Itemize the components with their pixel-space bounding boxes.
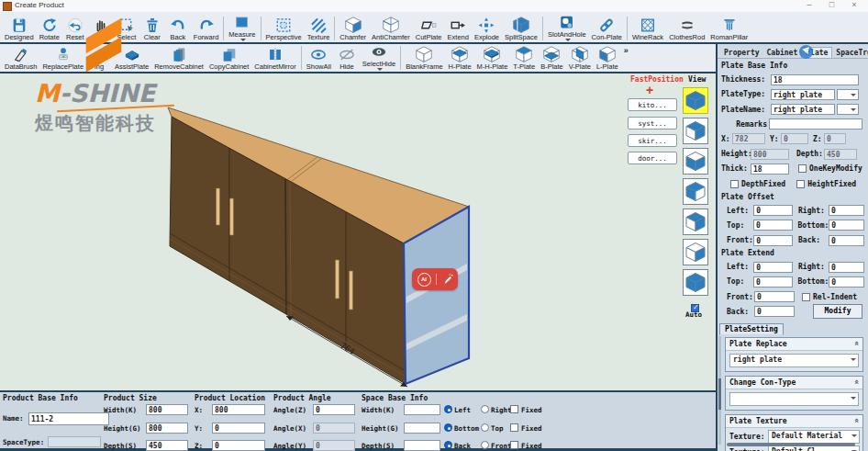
ai-badge-icon[interactable]: AI: [417, 273, 431, 287]
thickness-input[interactable]: 18: [771, 74, 859, 85]
radio-back[interactable]: [444, 441, 452, 449]
toolbar-button-blankframe[interactable]: BlankFrame: [403, 43, 445, 71]
extend-back-input[interactable]: 0: [754, 306, 795, 317]
toolbar-button-v-plate[interactable]: V-Plate: [566, 43, 594, 71]
product-location-y-input[interactable]: 0: [212, 423, 265, 434]
cabinet-3d[interactable]: 764: [0, 73, 716, 390]
plate-offset-back-input[interactable]: 0: [829, 235, 864, 246]
toolbar-button-copycabinet[interactable]: CopyCabinet: [206, 43, 251, 71]
thick-input[interactable]: 18: [751, 163, 789, 175]
tab-spacetree[interactable]: SpaceTree: [832, 48, 868, 58]
space-height-g-input[interactable]: [404, 423, 440, 434]
plate-offset-right-input[interactable]: 0: [829, 205, 864, 216]
close-button[interactable]: ×: [844, 0, 864, 9]
toolbar-button-slotandhole[interactable]: SlotAndHole: [545, 14, 589, 41]
rel-indent-checkbox[interactable]: [802, 293, 810, 301]
radio-bottom[interactable]: [444, 423, 452, 432]
minimize-button[interactable]: –: [799, 0, 819, 9]
fixed-checkbox-1[interactable]: [510, 405, 518, 413]
collapse-icon[interactable]: «: [851, 380, 861, 385]
view-cube-button-6[interactable]: [683, 239, 708, 265]
plate-offset-top-input[interactable]: 0: [753, 220, 793, 231]
radio-left[interactable]: [444, 405, 452, 413]
fastposition-button-kito[interactable]: kito...: [628, 98, 677, 111]
toolbar-button-perspective[interactable]: Perspective: [263, 14, 305, 41]
modify-button[interactable]: Modify: [813, 304, 862, 319]
fastposition-button-skir[interactable]: skir...: [628, 134, 677, 147]
fastposition-button-syst[interactable]: syst...: [628, 117, 677, 130]
toolbar-button-ing[interactable]: ing: [86, 43, 112, 71]
radio-top[interactable]: [481, 423, 489, 432]
plate-replace-dropdown[interactable]: right plate: [729, 354, 859, 367]
toolbar-button-m-h-plate[interactable]: M-H-Plate: [474, 43, 511, 71]
platesetting-scrollbar[interactable]: [718, 336, 721, 445]
plate-extend-bottom-input[interactable]: 0: [829, 276, 864, 288]
toolbar-button-romanpillar[interactable]: RomanPillar: [707, 14, 751, 41]
space-width-k-input[interactable]: [404, 404, 440, 415]
edit-pen-icon[interactable]: [442, 274, 453, 285]
toolbar-button-showall[interactable]: ShowAll: [304, 43, 334, 71]
toolbar-button-removecabinet[interactable]: RemoveCabinet: [151, 43, 206, 71]
toolbar-button-antichamfer[interactable]: AntiChamfer: [369, 14, 413, 41]
space-depth-s-input[interactable]: [404, 440, 440, 451]
viewport-3d[interactable]: M-SHINE 煜鸣智能科技: [0, 73, 716, 390]
toolbar-button-databrush[interactable]: DataBrush: [2, 43, 39, 71]
fastposition-add-button[interactable]: +: [646, 84, 653, 96]
toolbar-button-splitspace[interactable]: SplitSpace: [502, 14, 540, 41]
name-input[interactable]: 111-2: [28, 412, 109, 425]
onekeymodify-checkbox[interactable]: [798, 164, 807, 173]
extend-front-input[interactable]: 0: [754, 291, 795, 302]
product-location-z-input[interactable]: 0: [212, 440, 265, 451]
plate-extend-top-input[interactable]: 0: [753, 276, 793, 288]
maximize-button[interactable]: □: [821, 0, 841, 9]
toolbar-button-explode[interactable]: Explode: [472, 14, 502, 41]
radio-front[interactable]: [481, 441, 489, 449]
toolbar-button-selecthide[interactable]: SelectHide: [360, 43, 398, 71]
view-cube-button-5[interactable]: [683, 209, 708, 235]
toolbar-button-winerack[interactable]: WineRack: [629, 14, 666, 41]
toolbar-button-h-plate[interactable]: H-Plate: [446, 43, 474, 71]
toolbar-button-chamfer[interactable]: Chamfer: [337, 14, 369, 41]
toolbar-button-hide[interactable]: Hide: [334, 43, 360, 71]
product-size-height-g-input[interactable]: 800: [146, 423, 188, 434]
tab-cabinet[interactable]: Cabinet: [763, 48, 802, 58]
toolbar-button-cutplate[interactable]: CutPlate: [413, 14, 445, 41]
toolbar-button-t-plate[interactable]: T-Plate: [510, 43, 538, 71]
toolbar-button-back[interactable]: Back: [165, 14, 191, 41]
toolbar-button-clear[interactable]: Clear: [139, 14, 165, 41]
toolbar-button-reset[interactable]: Reset: [62, 14, 88, 41]
toolbar-button-extend[interactable]: Extend: [445, 14, 472, 41]
platename-input[interactable]: right plate: [771, 104, 835, 115]
toolbar-button-measure[interactable]: Measure: [226, 14, 258, 41]
plate-extend-right-input[interactable]: 0: [829, 262, 864, 273]
change-con-type-dropdown[interactable]: [729, 392, 859, 406]
toolbar-button-assistplate[interactable]: AssistPlate: [112, 43, 151, 71]
heightfixed-checkbox[interactable]: [796, 180, 805, 188]
toolbar-button-cabinetmirror[interactable]: CabinetMirror: [251, 43, 298, 71]
ai-overlay[interactable]: AI: [412, 268, 458, 290]
spacetype-input[interactable]: [48, 436, 101, 447]
product-location-x-input[interactable]: 800: [212, 404, 265, 415]
depthfixed-checkbox[interactable]: [730, 180, 739, 188]
view-cube-button-1[interactable]: [683, 87, 708, 114]
toolbar-button-con-plate[interactable]: Con-Plate: [589, 14, 625, 41]
plate-extend-left-input[interactable]: 0: [753, 262, 793, 273]
toolbar-button-forward[interactable]: Forward: [191, 14, 222, 41]
toolbar-overflow-icon[interactable]: »: [624, 46, 629, 55]
tab-property[interactable]: Property: [720, 48, 763, 58]
plate-offset-left-input[interactable]: 0: [753, 205, 793, 216]
view-cube-button-7[interactable]: [683, 269, 708, 296]
collapse-icon[interactable]: «: [851, 342, 861, 346]
remarks-input[interactable]: [769, 118, 862, 130]
toolbar-button-designed[interactable]: Designed: [2, 14, 37, 41]
platetype-input[interactable]: right plate: [771, 89, 835, 100]
toolbar-button-clothesrod[interactable]: ClothesRod: [666, 14, 707, 41]
toolbar-button-l-plate[interactable]: L-Plate: [594, 43, 621, 71]
collapse-icon[interactable]: «: [851, 419, 861, 423]
toolbar-button-rotate[interactable]: Rotate: [37, 14, 62, 41]
toolbar-button-select[interactable]: Select: [114, 14, 139, 41]
product-size-depth-s-input[interactable]: 450: [146, 440, 188, 451]
toolbar-button-replaceplate[interactable]: CADReplacePlate: [39, 43, 86, 71]
fastposition-button-door[interactable]: door...: [628, 152, 677, 164]
horizontal-scrollbar[interactable]: [727, 443, 855, 446]
